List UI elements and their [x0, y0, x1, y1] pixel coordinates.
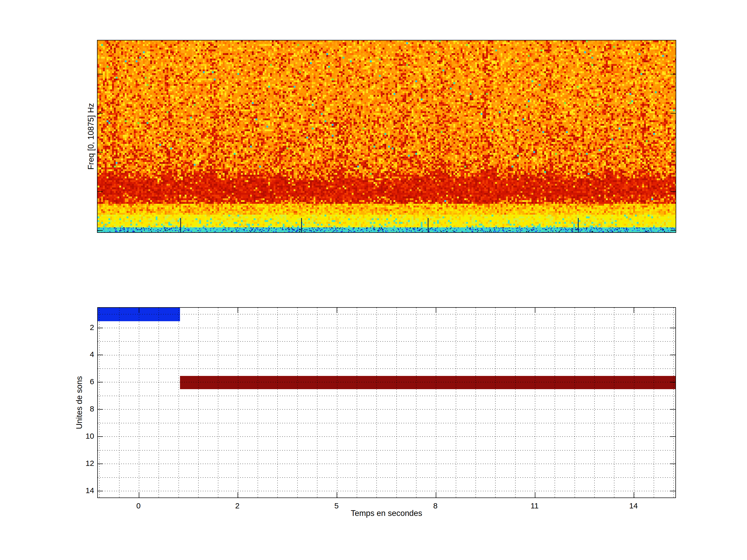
spectrogram-ytick [670, 74, 676, 74]
timeline-gridline-h [98, 450, 675, 451]
timeline-xtick [436, 308, 436, 313]
timeline-ytick [670, 409, 675, 410]
timeline-gridline-v [436, 308, 436, 498]
timeline-xtick [535, 308, 535, 313]
timeline-ytick [98, 491, 103, 491]
spectrogram-ytick [670, 230, 676, 231]
spectrogram-ytick [98, 113, 103, 113]
timeline-gridline-v [376, 308, 377, 498]
timeline-gridline-v [119, 308, 120, 498]
timeline-ytick-label: 14 [68, 486, 94, 495]
timeline-ytick [98, 355, 103, 355]
timeline-ytick [98, 436, 103, 437]
timeline-gridline-v [416, 308, 416, 498]
timeline-gridline-h [98, 328, 675, 328]
timeline-ytick-label: 10 [68, 432, 94, 441]
timeline-ytick [98, 463, 103, 464]
timeline-ytick [670, 382, 675, 382]
timeline-gridline-h [98, 341, 675, 342]
timeline-gridline-v [258, 308, 258, 498]
timeline-ytick [98, 328, 103, 328]
spectrogram-ylabel: Freq [0, 10875] Hz [86, 103, 96, 170]
timeline-gridline-v [139, 308, 139, 498]
timeline-gridline-v [357, 308, 357, 498]
timeline-gridline-v [218, 308, 218, 498]
spectrogram-plot-area [97, 40, 676, 233]
timeline-ytick [98, 409, 103, 410]
timeline-gridline-v [673, 308, 674, 498]
timeline-gridline-v [594, 308, 595, 498]
timeline-ytick [670, 328, 675, 328]
spectrogram-canvas [98, 41, 676, 232]
timeline-xtick [238, 492, 238, 498]
timeline-ytick-label: 6 [68, 377, 94, 386]
timeline-gridline-v [297, 308, 298, 498]
timeline-gridline-v [535, 308, 535, 498]
timeline-xtick-label: 0 [123, 501, 154, 510]
timeline-xtick-label: 14 [618, 501, 649, 510]
timeline-gridline-v [456, 308, 456, 498]
timeline-gridline-v [337, 308, 337, 498]
timeline-gridline-v [99, 308, 100, 498]
timeline-gridline-v [555, 308, 555, 498]
timeline-xtick [139, 492, 139, 498]
timeline-gridline-v [654, 308, 654, 498]
timeline-xtick [337, 492, 337, 498]
timeline-xlabel: Temps en secondes [351, 509, 422, 518]
timeline-ytick [670, 463, 675, 464]
timeline-ytick-label: 2 [68, 323, 94, 332]
spectrogram-ytick [98, 191, 103, 192]
timeline-ytick-label: 12 [68, 459, 94, 468]
timeline-gridline-h [98, 396, 675, 396]
timeline-gridline-v [277, 308, 278, 498]
timeline-xtick [634, 308, 634, 313]
matlab-figure: Freq [0, 10875] Hz Unites de sons 025811… [0, 0, 747, 560]
spectrogram-ytick [670, 113, 676, 113]
timeline-gridline-v [317, 308, 317, 498]
timeline-ytick [670, 355, 675, 355]
spectrogram-ytick [670, 152, 676, 153]
timeline-gridline-v [495, 308, 496, 498]
timeline-gridline-h [98, 368, 675, 369]
timeline-gridline-h [98, 436, 675, 437]
timeline-ytick [670, 436, 675, 437]
timeline-xtick-label: 8 [420, 501, 451, 510]
timeline-xtick [337, 308, 337, 313]
timeline-gridline-v [574, 308, 575, 498]
timeline-gridline-v [178, 308, 179, 498]
timeline-gridline-h [98, 355, 675, 355]
timeline-gridline-v [158, 308, 159, 498]
timeline-gridline-h [98, 409, 675, 410]
timeline-xtick-label: 11 [519, 501, 550, 510]
timeline-xtick [436, 492, 436, 498]
timeline-gridline-v [614, 308, 615, 498]
timeline-gridline-h [98, 382, 675, 382]
timeline-xtick [535, 492, 535, 498]
timeline-xtick-label: 5 [321, 501, 352, 510]
timeline-gridline-v [515, 308, 516, 498]
spectrogram-ytick [98, 74, 103, 74]
timeline-gridline-v [198, 308, 199, 498]
timeline-gridline-v [634, 308, 635, 498]
spectrogram-ytick [98, 152, 103, 153]
timeline-ytick [670, 491, 675, 491]
timeline-gridline-h [98, 477, 675, 478]
timeline-xtick [139, 308, 139, 313]
timeline-bar-unit-6 [180, 376, 675, 390]
timeline-gridline-h [98, 314, 675, 315]
timeline-gridline-v [238, 308, 238, 498]
timeline-xtick-label: 2 [222, 501, 253, 510]
timeline-ytick-label: 8 [68, 404, 94, 413]
timeline-ytick-label: 4 [68, 350, 94, 359]
timeline-plot-area [97, 307, 676, 498]
timeline-gridline-v [396, 308, 397, 498]
timeline-gridline-v [475, 308, 476, 498]
timeline-gridline-h [98, 463, 675, 464]
timeline-ytick [98, 382, 103, 382]
timeline-gridline-h [98, 423, 675, 423]
spectrogram-ytick [670, 191, 676, 192]
timeline-xtick [238, 308, 238, 313]
timeline-gridline-h [98, 491, 675, 491]
spectrogram-ytick [98, 230, 103, 231]
timeline-xtick [634, 492, 634, 498]
